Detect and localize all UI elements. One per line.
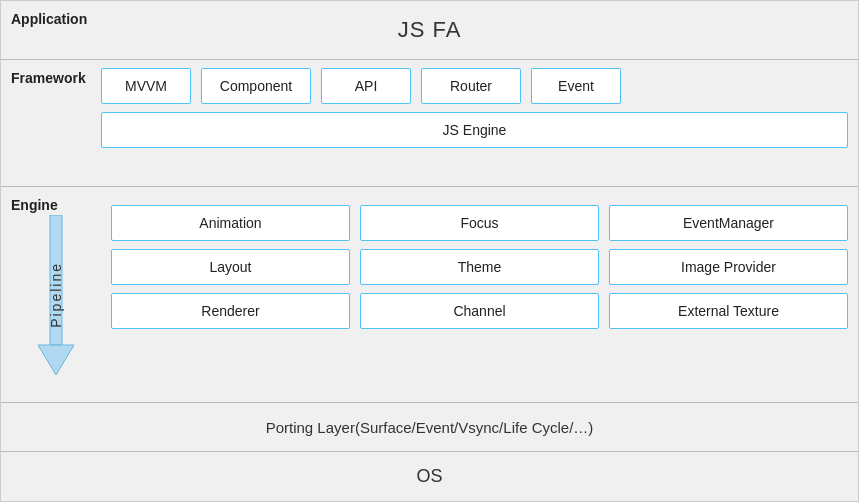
engine-layer: Engine Pipeline Animation Focus [1,187,858,403]
eventmanager-box: EventManager [609,205,848,241]
engine-row-3: Renderer Channel External Texture [111,293,848,329]
engine-row-1: Animation Focus EventManager [111,205,848,241]
framework-layer: Framework MVVM Component API Router Even… [1,60,858,188]
mvvm-box: MVVM [101,68,191,104]
engine-grid: Animation Focus EventManager Layout Them… [111,195,848,394]
api-box: API [321,68,411,104]
focus-box: Focus [360,205,599,241]
os-layer: OS [1,452,858,501]
renderer-box: Renderer [111,293,350,329]
porting-layer: Porting Layer(Surface/Event/Vsync/Life C… [1,403,858,452]
framework-row2: JS Engine [101,112,848,148]
pipeline-col: Pipeline [11,195,101,394]
component-box: Component [201,68,311,104]
application-label: Application [11,11,87,27]
framework-row1: MVVM Component API Router Event [101,68,848,104]
theme-box: Theme [360,249,599,285]
architecture-diagram: Application JS FA Framework MVVM Compone… [0,0,859,502]
pipeline-container: Pipeline [31,215,81,375]
channel-box: Channel [360,293,599,329]
os-label: OS [416,466,442,487]
router-box: Router [421,68,521,104]
engine-inner: Pipeline Animation Focus EventManager La… [11,195,848,394]
framework-label: Framework [11,70,86,86]
layout-box: Layout [111,249,350,285]
svg-marker-1 [38,345,74,375]
js-engine-box: JS Engine [101,112,848,148]
pipeline-label: Pipeline [48,262,64,328]
event-box: Event [531,68,621,104]
application-title: JS FA [398,17,462,43]
external-texture-box: External Texture [609,293,848,329]
image-provider-box: Image Provider [609,249,848,285]
porting-label: Porting Layer(Surface/Event/Vsync/Life C… [266,419,594,436]
application-layer: Application JS FA [1,1,858,60]
engine-row-2: Layout Theme Image Provider [111,249,848,285]
animation-box: Animation [111,205,350,241]
